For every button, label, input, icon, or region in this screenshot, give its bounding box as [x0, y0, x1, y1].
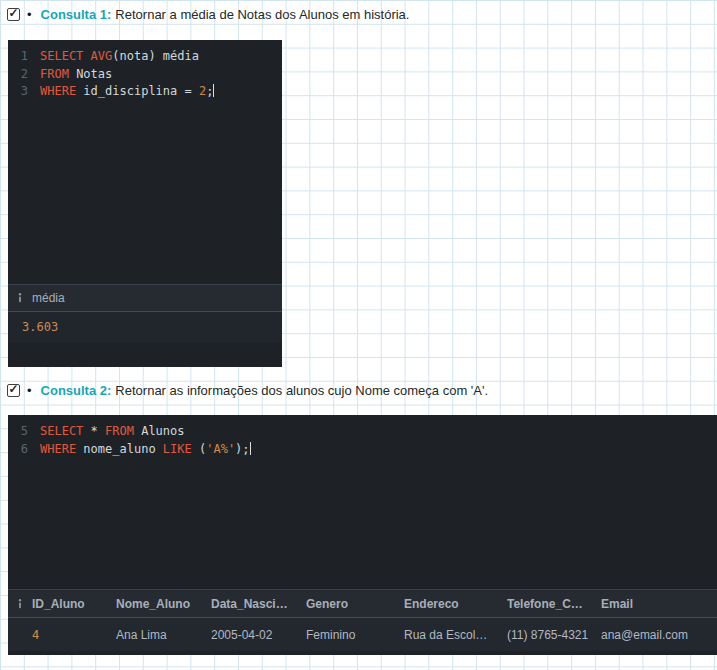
- column-header-nome-aluno: Nome_Aluno: [116, 597, 211, 611]
- code-line-5: 5SELECT * FROM Alunos: [12, 423, 717, 441]
- result-column-label: média: [32, 291, 65, 305]
- cell-endereco: Rua da Escol…: [404, 628, 507, 642]
- sql-editor-block-2: 5SELECT * FROM Alunos 6WHERE nome_aluno …: [8, 415, 717, 655]
- bullet-icon: •: [27, 383, 32, 398]
- cell-data-nascimento: 2005-04-02: [211, 628, 306, 642]
- code-line-1: 1SELECT AVG(nota) média: [12, 48, 282, 66]
- token-plain: Notas: [76, 67, 112, 81]
- sql-code-area-1[interactable]: 1SELECT AVG(nota) média 2FROM Notas 3WHE…: [8, 40, 282, 284]
- code-line-6: 6WHERE nome_aluno LIKE ('A%');: [12, 441, 717, 459]
- token-plain: id_disciplina =: [83, 84, 199, 98]
- token-plain: nome_aluno: [83, 442, 162, 456]
- token-function: AVG: [91, 49, 113, 63]
- token-plain: Alunos: [141, 424, 184, 438]
- info-icon: [8, 292, 32, 304]
- text-cursor: [250, 442, 251, 455]
- cell-genero: Feminino: [306, 628, 404, 642]
- line-number: 1: [12, 48, 28, 66]
- cell-telefone: (11) 8765-4321: [507, 628, 601, 642]
- column-header-email: Email: [601, 597, 717, 611]
- result-value-row-1: 3.603: [8, 312, 282, 342]
- code-line-2: 2FROM Notas: [12, 66, 282, 84]
- task-checkbox-2[interactable]: ✓: [7, 384, 20, 397]
- sql-code-area-2[interactable]: 5SELECT * FROM Alunos 6WHERE nome_aluno …: [8, 415, 717, 589]
- token-plain: *: [91, 424, 105, 438]
- cell-id-aluno: 4: [32, 628, 116, 642]
- line-number: 6: [12, 441, 28, 459]
- token-keyword: WHERE: [40, 442, 83, 456]
- line-number: 2: [12, 66, 28, 84]
- task-2-text: Retornar as informações dos alunos cujo …: [115, 383, 488, 398]
- task-row-1: ✓ • Consulta 1: Retornar a média de Nota…: [7, 4, 409, 24]
- token-keyword: FROM: [40, 67, 76, 81]
- task-2-highlight: Consulta 2:: [41, 383, 112, 398]
- token-string: 'A%': [206, 442, 235, 456]
- token-keyword: FROM: [105, 424, 141, 438]
- token-plain: (nota) média: [112, 49, 199, 63]
- result-header-row-1: média: [8, 284, 282, 312]
- token-keyword: WHERE: [40, 84, 83, 98]
- note-page: ✓ • Consulta 1: Retornar a média de Nota…: [0, 0, 717, 670]
- line-number: 5: [12, 423, 28, 441]
- token-plain: ;: [206, 84, 213, 98]
- column-header-id-aluno: ID_Aluno: [32, 597, 116, 611]
- result-table-row: 4 Ana Lima 2005-04-02 Feminino Rua da Es…: [8, 618, 717, 651]
- column-header-data-nascimento: Data_Nasci…: [211, 597, 306, 611]
- column-header-telefone: Telefone_C…: [507, 597, 601, 611]
- token-keyword: LIKE: [163, 442, 199, 456]
- task-1-highlight: Consulta 1:: [41, 7, 112, 22]
- result-value: 3.603: [22, 320, 58, 334]
- column-header-genero: Genero: [306, 597, 404, 611]
- text-cursor: [213, 84, 214, 97]
- cell-email: ana@email.com: [601, 628, 717, 642]
- line-number: 3: [12, 83, 28, 101]
- sql-editor-block-1: 1SELECT AVG(nota) média 2FROM Notas 3WHE…: [8, 40, 282, 367]
- cell-nome-aluno: Ana Lima: [116, 628, 211, 642]
- info-icon: [8, 598, 32, 610]
- check-icon: ✓: [8, 7, 18, 19]
- task-1-text: Retornar a média de Notas dos Alunos em …: [115, 7, 409, 22]
- code-line-3: 3WHERE id_disciplina = 2;: [12, 83, 282, 101]
- task-checkbox-1[interactable]: ✓: [7, 8, 20, 21]
- token-keyword: SELECT: [40, 49, 91, 63]
- column-header-endereco: Endereco: [404, 597, 507, 611]
- token-keyword: SELECT: [40, 424, 91, 438]
- task-row-2: ✓ • Consulta 2: Retornar as informações …: [7, 380, 488, 400]
- token-plain: );: [235, 442, 249, 456]
- bullet-icon: •: [27, 7, 32, 22]
- result-table-header: ID_Aluno Nome_Aluno Data_Nasci… Genero E…: [8, 589, 717, 618]
- check-icon: ✓: [8, 383, 18, 395]
